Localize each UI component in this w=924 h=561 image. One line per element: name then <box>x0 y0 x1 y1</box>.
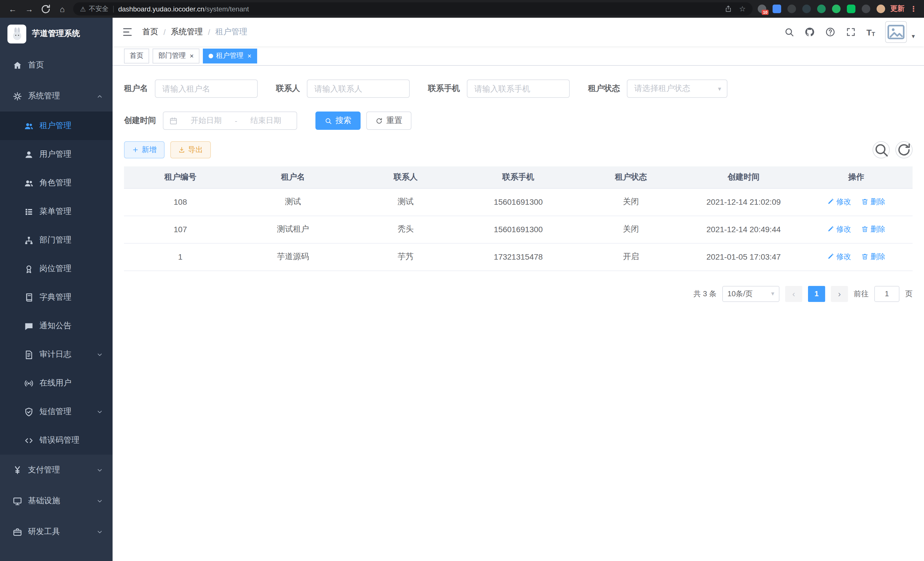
extension-icon-7[interactable] <box>847 5 855 13</box>
sidebar-item-dept[interactable]: 部门管理 <box>0 226 112 254</box>
sidebar-item-system[interactable]: 系统管理 <box>0 81 112 111</box>
tenant-name-input[interactable] <box>155 80 258 98</box>
browser-home-button[interactable]: ⌂ <box>57 3 68 15</box>
delete-button[interactable]: 删除 <box>861 224 885 235</box>
help-icon[interactable] <box>825 27 836 37</box>
collapse-sidebar-button[interactable] <box>122 26 133 38</box>
prev-page-button[interactable]: ‹ <box>785 286 802 302</box>
contact-label: 联系人 <box>276 83 300 94</box>
add-button[interactable]: 新增 <box>124 141 165 158</box>
fullscreen-icon[interactable] <box>846 27 856 37</box>
date-range-picker[interactable]: 开始日期 - 结束日期 <box>163 111 297 130</box>
forward-button[interactable]: → <box>23 3 35 15</box>
mobile-input[interactable] <box>467 80 570 98</box>
page-size-select[interactable]: 10条/页 ▾ <box>722 286 779 302</box>
edit-button[interactable]: 修改 <box>827 252 851 262</box>
search-button[interactable]: 搜索 <box>315 111 361 130</box>
extension-icon-5[interactable] <box>817 5 826 13</box>
sidebar-item-notice[interactable]: 通知公告 <box>0 312 112 340</box>
profile-avatar-icon[interactable] <box>877 5 885 13</box>
sidebar-item-label: 基础设施 <box>28 496 96 506</box>
extension-icon-6[interactable] <box>832 5 841 13</box>
sidebar-item-dict[interactable]: 字典管理 <box>0 283 112 312</box>
chevron-down-icon <box>96 528 104 535</box>
extension-icon-4[interactable] <box>802 5 811 13</box>
cell-mobile: 15601691300 <box>462 188 574 216</box>
edit-icon <box>827 198 835 206</box>
filter-row-1: 租户名 联系人 联系手机 租户状态 请选择租户状态 <box>124 80 913 98</box>
table-row: 108 测试 测试 15601691300 关闭 2021-12-14 21:0… <box>124 188 913 216</box>
toggle-search-button[interactable] <box>873 141 890 158</box>
delete-button[interactable]: 删除 <box>861 197 885 207</box>
avatar-caret-icon[interactable]: ▾ <box>912 33 915 43</box>
org-tree-icon <box>24 235 34 245</box>
chevron-down-icon <box>96 351 104 358</box>
status-select[interactable]: 请选择租户状态 ▾ <box>627 80 728 98</box>
sidebar-item-label: 支付管理 <box>28 465 96 475</box>
extension-icon-8[interactable] <box>862 5 870 13</box>
bookmark-star-button[interactable]: ☆ <box>739 5 746 13</box>
sidebar-item-online-user[interactable]: 在线用户 <box>0 369 112 397</box>
users-icon <box>24 121 34 131</box>
sidebar-item-sms[interactable]: 短信管理 <box>0 397 112 426</box>
edit-button[interactable]: 修改 <box>827 224 851 235</box>
browser-menu-button[interactable]: ⋮ <box>910 5 917 13</box>
sidebar-item-home[interactable]: 首页 <box>0 50 112 81</box>
breadcrumb-home[interactable]: 首页 <box>142 27 158 37</box>
sidebar-item-audit-log[interactable]: 审计日志 <box>0 340 112 369</box>
close-icon[interactable]: × <box>190 52 194 59</box>
page-content: 租户名 联系人 联系手机 租户状态 请选择租户状态 <box>112 66 924 561</box>
sidebar-item-post[interactable]: 岗位管理 <box>0 254 112 283</box>
extension-icon-1[interactable]: 10 <box>758 5 766 13</box>
browser-update-button[interactable]: 更新 <box>890 4 904 14</box>
refresh-table-button[interactable] <box>896 141 913 158</box>
sidebar-item-user[interactable]: 用户管理 <box>0 140 112 169</box>
reload-button[interactable] <box>40 3 51 15</box>
breadcrumb: 首页 / 系统管理 / 租户管理 <box>142 27 248 37</box>
extension-icon-3[interactable] <box>788 5 796 13</box>
monitor-icon <box>13 496 22 506</box>
sidebar-item-tenant[interactable]: 租户管理 <box>0 111 112 140</box>
sidebar-item-payment[interactable]: 支付管理 <box>0 455 112 486</box>
close-icon[interactable]: × <box>248 52 251 59</box>
tab-label: 部门管理 <box>158 51 186 61</box>
sidebar-item-devtools[interactable]: 研发工具 <box>0 516 112 547</box>
sidebar-item-role[interactable]: 角色管理 <box>0 169 112 197</box>
avatar[interactable] <box>885 21 907 43</box>
share-button[interactable] <box>725 5 732 13</box>
gear-icon <box>13 91 22 101</box>
contact-input[interactable] <box>307 80 410 98</box>
extension-icon-2[interactable] <box>772 5 781 13</box>
delete-button[interactable]: 删除 <box>861 252 885 262</box>
sidebar-item-menu[interactable]: 菜单管理 <box>0 197 112 226</box>
tree-list-icon <box>24 207 34 217</box>
tab-tenant[interactable]: 租户管理 × <box>203 48 257 63</box>
export-button[interactable]: 导出 <box>170 141 211 158</box>
font-size-icon[interactable]: TT <box>866 27 875 37</box>
user-icon <box>24 150 34 159</box>
goto-page-input[interactable] <box>874 286 899 302</box>
back-button[interactable]: ← <box>7 3 18 15</box>
reset-button[interactable]: 重置 <box>366 111 411 130</box>
tab-dept[interactable]: 部门管理 × <box>153 48 200 63</box>
col-contact: 联系人 <box>350 166 462 188</box>
app-logo[interactable]: 芋道管理系统 <box>0 18 112 50</box>
page-unit-label: 页 <box>905 289 913 299</box>
next-page-button[interactable]: › <box>831 286 848 302</box>
page-number-1[interactable]: 1 <box>808 286 825 302</box>
search-icon[interactable] <box>784 27 794 37</box>
address-bar[interactable]: ⚠ 不安全 dashboard.yudao.iocoder.cn/system/… <box>73 2 753 15</box>
breadcrumb-system[interactable]: 系统管理 <box>171 27 203 37</box>
cell-status: 关闭 <box>574 188 687 216</box>
sidebar-item-label: 审计日志 <box>39 349 96 360</box>
sidebar-item-error-code[interactable]: 错误码管理 <box>0 426 112 455</box>
browser-toolbar: ← → ⌂ ⚠ 不安全 dashboard.yudao.iocoder.cn/s… <box>0 0 924 18</box>
edit-button[interactable]: 修改 <box>827 197 851 207</box>
cell-actions: 修改 删除 <box>800 243 913 271</box>
trash-icon <box>861 226 869 233</box>
github-icon[interactable] <box>805 27 815 37</box>
security-indicator[interactable]: ⚠ 不安全 <box>80 5 109 13</box>
sidebar-item-infra[interactable]: 基础设施 <box>0 486 112 516</box>
breadcrumb-separator: / <box>164 27 166 37</box>
tab-home[interactable]: 首页 <box>124 48 149 63</box>
